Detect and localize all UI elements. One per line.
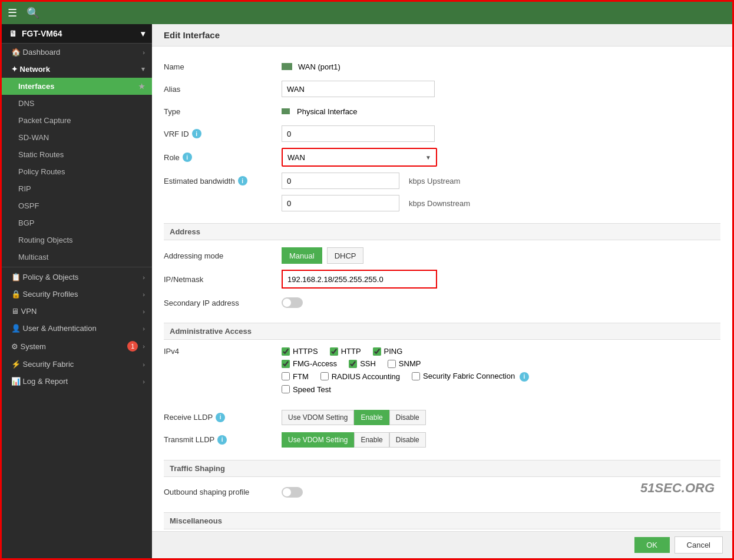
sidebar-item-policy-objects[interactable]: 📋 Policy & Objects › xyxy=(2,269,152,286)
est-bw-downstream-input[interactable] xyxy=(282,195,399,211)
sidebar-item-security-fabric[interactable]: ⚡ Security Fabric › xyxy=(2,356,152,373)
content-body: Name WAN (port1) Alias Type xyxy=(152,47,732,531)
cb-radius[interactable]: RADIUS Accounting xyxy=(320,372,400,382)
name-label: Name xyxy=(164,62,282,71)
sidebar-item-dashboard[interactable]: 🏠 Dashboard › xyxy=(2,44,152,61)
cb-ftm[interactable]: FTM xyxy=(282,372,309,382)
est-bw-upstream-input[interactable] xyxy=(282,173,399,189)
sidebar-item-sd-wan[interactable]: SD-WAN xyxy=(2,129,152,146)
sidebar-item-ospf[interactable]: OSPF xyxy=(2,197,152,214)
outbound-shaping-toggle-switch[interactable] xyxy=(282,487,303,498)
network-chevron: ▾ xyxy=(141,65,145,73)
cb-https[interactable]: HTTPS xyxy=(282,347,318,356)
address-section: Addressing mode ManualDHCP IP/Netmask Se… xyxy=(164,247,720,311)
secondary-ip-label: Secondary IP address xyxy=(164,299,282,307)
cb-row-1: HTTPS HTTP PING xyxy=(282,347,529,356)
dashboard-label: 🏠 Dashboard xyxy=(11,48,60,57)
sidebar-item-security-profiles[interactable]: 🔒 Security Profiles › xyxy=(2,286,152,303)
sidebar-item-log-report[interactable]: 📊 Log & Report › xyxy=(2,373,152,390)
sidebar-item-user-auth[interactable]: 👤 User & Authentication › xyxy=(2,320,152,337)
sidebar-item-multicast[interactable]: Multicast xyxy=(2,248,152,266)
sidebar-item-routing-objects[interactable]: Routing Objects xyxy=(2,231,152,248)
log-report-left: 📊 Log & Report xyxy=(11,377,68,386)
cb-fmg-access[interactable]: FMG-Access xyxy=(282,359,337,368)
security-fabric-checkbox[interactable] xyxy=(412,372,420,380)
sidebar-collapse-icon[interactable]: ▾ xyxy=(141,29,145,38)
sidebar-item-packet-capture[interactable]: Packet Capture xyxy=(2,112,152,129)
alias-input[interactable] xyxy=(282,81,435,97)
speed-test-checkbox[interactable] xyxy=(282,385,290,393)
transmit-lldp-enable-btn[interactable]: Enable xyxy=(354,432,389,448)
policy-objects-icon: 📋 xyxy=(11,273,21,281)
receive-lldp-row: Receive LLDP i Use VDOM Setting Enable D… xyxy=(164,409,720,426)
role-value: WAN LAN DMZ Undefined ▼ xyxy=(282,148,437,167)
sidebar-item-network[interactable]: ✦ Network ▾ xyxy=(2,61,152,78)
sidebar-item-system[interactable]: ⚙ System 1 › xyxy=(2,337,152,356)
sd-wan-label: SD-WAN xyxy=(18,133,49,142)
vrf-info-icon[interactable]: i xyxy=(192,129,201,138)
http-checkbox[interactable] xyxy=(330,347,338,356)
outbound-shaping-label: Outbound shaping profile xyxy=(164,488,282,496)
basic-fields-section: Name WAN (port1) Alias Type xyxy=(164,58,720,211)
radius-checkbox[interactable] xyxy=(320,372,329,380)
security-fabric-left: ⚡ Security Fabric xyxy=(11,360,74,369)
sidebar-item-rip[interactable]: RIP xyxy=(2,180,152,197)
receive-lldp-disable-btn[interactable]: Disable xyxy=(389,410,426,425)
ftm-checkbox[interactable] xyxy=(282,372,290,380)
interfaces-label: Interfaces xyxy=(18,82,54,91)
transmit-lldp-info-icon[interactable]: i xyxy=(217,435,227,445)
receive-lldp-info-icon[interactable]: i xyxy=(216,413,225,422)
transmit-lldp-vdom-btn[interactable]: Use VDOM Setting xyxy=(282,432,354,448)
fmg-access-checkbox[interactable] xyxy=(282,360,290,368)
ssh-checkbox[interactable] xyxy=(349,360,357,368)
kbps-downstream-label: kbps Downstream xyxy=(409,199,470,208)
ping-checkbox[interactable] xyxy=(373,347,381,356)
vrf-id-label: VRF ID i xyxy=(164,129,282,138)
est-bw-upstream-value: kbps Upstream xyxy=(282,173,460,189)
sidebar-item-vpn[interactable]: 🖥 VPN › xyxy=(2,303,152,320)
https-checkbox[interactable] xyxy=(282,347,290,356)
alias-label: Alias xyxy=(164,85,282,94)
search-icon[interactable]: 🔍 xyxy=(27,6,39,19)
sidebar-item-dns[interactable]: DNS xyxy=(2,95,152,112)
est-bw-downstream-value: kbps Downstream xyxy=(282,195,470,211)
toggle-knob xyxy=(283,299,291,307)
cb-http[interactable]: HTTP xyxy=(330,347,361,356)
cancel-button[interactable]: Cancel xyxy=(675,536,723,554)
cb-snmp[interactable]: SNMP xyxy=(388,359,421,368)
cb-security-fabric[interactable]: Security Fabric Connection i xyxy=(412,372,529,382)
ip-netmask-box xyxy=(282,270,437,289)
security-fabric-info-icon[interactable]: i xyxy=(520,372,529,382)
receive-lldp-vdom-btn[interactable]: Use VDOM Setting xyxy=(282,410,354,425)
vrf-id-input[interactable] xyxy=(282,125,435,142)
snmp-checkbox[interactable] xyxy=(388,360,396,368)
sidebar-item-bgp[interactable]: BGP xyxy=(2,214,152,231)
role-info-icon[interactable]: i xyxy=(183,153,192,162)
ip-netmask-input[interactable] xyxy=(283,271,436,287)
page-title: Edit Interface xyxy=(164,30,220,40)
ftm-label: FTM xyxy=(293,372,309,381)
cb-speed-test[interactable]: Speed Test xyxy=(282,385,331,394)
sidebar-item-policy-routes[interactable]: Policy Routes xyxy=(2,163,152,180)
mode-dhcp-btn[interactable]: DHCP xyxy=(327,247,364,264)
cb-ssh[interactable]: SSH xyxy=(349,359,376,368)
est-bw-info-icon[interactable]: i xyxy=(238,176,247,185)
secondary-ip-toggle xyxy=(282,297,303,308)
role-select[interactable]: WAN LAN DMZ Undefined xyxy=(283,149,436,165)
secondary-ip-toggle-switch[interactable] xyxy=(282,297,303,308)
sidebar-item-interfaces[interactable]: Interfaces ★ xyxy=(2,78,152,95)
cb-ping[interactable]: PING xyxy=(373,347,403,356)
security-fabric-icon: ⚡ xyxy=(11,360,21,369)
menu-icon[interactable]: ☰ xyxy=(8,6,17,19)
radius-label: RADIUS Accounting xyxy=(332,372,400,381)
sidebar-header: 🖥 FGT-VM64 ▾ xyxy=(2,24,152,44)
est-bw-label: Estimated bandwidth i xyxy=(164,176,282,185)
transmit-lldp-disable-btn[interactable]: Disable xyxy=(389,432,426,448)
type-text: Physical Interface xyxy=(297,107,358,116)
transmit-lldp-row: Transmit LLDP i Use VDOM Setting Enable … xyxy=(164,432,720,448)
mode-manual-btn[interactable]: Manual xyxy=(282,247,322,264)
system-chevron: › xyxy=(143,343,145,350)
ok-button[interactable]: OK xyxy=(634,537,670,553)
receive-lldp-enable-btn[interactable]: Enable xyxy=(354,410,389,425)
sidebar-item-static-routes[interactable]: Static Routes xyxy=(2,146,152,163)
